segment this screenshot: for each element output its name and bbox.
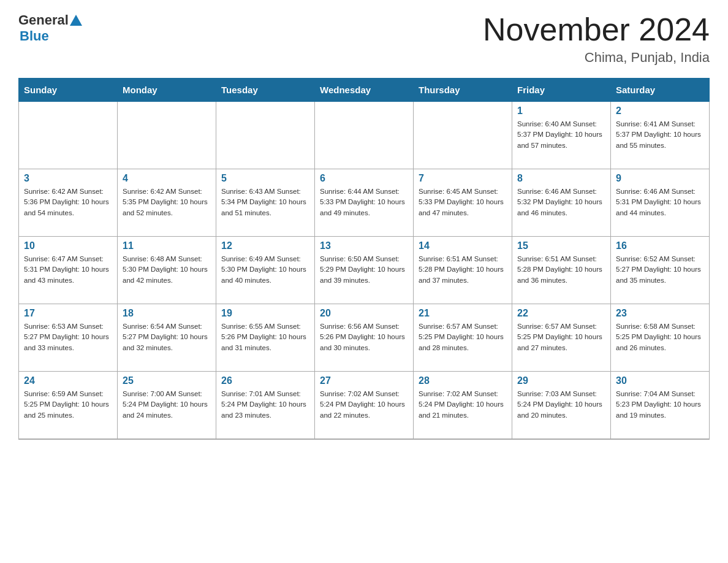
cell-day-number: 12 [221, 240, 309, 251]
cell-info-text: Sunrise: 6:58 AM Sunset: 5:25 PM Dayligh… [616, 321, 704, 353]
calendar-cell: 22Sunrise: 6:57 AM Sunset: 5:25 PM Dayli… [512, 304, 611, 372]
cell-day-number: 3 [24, 173, 112, 184]
cell-day-number: 29 [517, 375, 605, 386]
calendar-row-0: 1Sunrise: 6:40 AM Sunset: 5:37 PM Daylig… [19, 102, 710, 169]
weekday-header-sunday: Sunday [19, 79, 118, 102]
cell-day-number: 8 [517, 173, 605, 184]
cell-info-text: Sunrise: 6:57 AM Sunset: 5:25 PM Dayligh… [419, 321, 507, 353]
cell-info-text: Sunrise: 6:49 AM Sunset: 5:30 PM Dayligh… [221, 254, 309, 286]
weekday-header-wednesday: Wednesday [315, 79, 414, 102]
calendar-cell: 16Sunrise: 6:52 AM Sunset: 5:27 PM Dayli… [611, 237, 710, 304]
cell-day-number: 21 [419, 308, 507, 319]
weekday-header-row: SundayMondayTuesdayWednesdayThursdayFrid… [19, 79, 710, 102]
cell-info-text: Sunrise: 6:51 AM Sunset: 5:28 PM Dayligh… [517, 254, 605, 286]
calendar-cell: 9Sunrise: 6:46 AM Sunset: 5:31 PM Daylig… [611, 169, 710, 237]
calendar-cell [315, 102, 414, 169]
calendar-cell [118, 102, 216, 169]
cell-info-text: Sunrise: 6:59 AM Sunset: 5:25 PM Dayligh… [24, 389, 112, 421]
cell-info-text: Sunrise: 7:04 AM Sunset: 5:23 PM Dayligh… [616, 389, 704, 421]
calendar-title: November 2024 [483, 12, 710, 47]
cell-info-text: Sunrise: 7:03 AM Sunset: 5:24 PM Dayligh… [517, 389, 605, 421]
cell-info-text: Sunrise: 6:42 AM Sunset: 5:36 PM Dayligh… [24, 186, 112, 218]
cell-day-number: 11 [123, 240, 211, 251]
cell-info-text: Sunrise: 6:40 AM Sunset: 5:37 PM Dayligh… [517, 119, 605, 151]
weekday-header-monday: Monday [118, 79, 216, 102]
cell-day-number: 10 [24, 240, 112, 251]
cell-info-text: Sunrise: 6:55 AM Sunset: 5:26 PM Dayligh… [221, 321, 309, 353]
calendar-cell: 28Sunrise: 7:02 AM Sunset: 5:24 PM Dayli… [414, 372, 512, 439]
cell-info-text: Sunrise: 7:01 AM Sunset: 5:24 PM Dayligh… [221, 389, 309, 421]
cell-day-number: 15 [517, 240, 605, 251]
calendar-cell: 25Sunrise: 7:00 AM Sunset: 5:24 PM Dayli… [118, 372, 216, 439]
cell-day-number: 22 [517, 308, 605, 319]
calendar-cell: 8Sunrise: 6:46 AM Sunset: 5:32 PM Daylig… [512, 169, 611, 237]
cell-info-text: Sunrise: 6:50 AM Sunset: 5:29 PM Dayligh… [320, 254, 408, 286]
calendar-cell: 7Sunrise: 6:45 AM Sunset: 5:33 PM Daylig… [414, 169, 512, 237]
cell-info-text: Sunrise: 7:02 AM Sunset: 5:24 PM Dayligh… [419, 389, 507, 421]
cell-info-text: Sunrise: 6:51 AM Sunset: 5:28 PM Dayligh… [419, 254, 507, 286]
calendar-row-4: 24Sunrise: 6:59 AM Sunset: 5:25 PM Dayli… [19, 372, 710, 439]
cell-day-number: 5 [221, 173, 309, 184]
weekday-header-friday: Friday [512, 79, 611, 102]
calendar-cell: 15Sunrise: 6:51 AM Sunset: 5:28 PM Dayli… [512, 237, 611, 304]
calendar-row-3: 17Sunrise: 6:53 AM Sunset: 5:27 PM Dayli… [19, 304, 710, 372]
cell-info-text: Sunrise: 6:57 AM Sunset: 5:25 PM Dayligh… [517, 321, 605, 353]
cell-info-text: Sunrise: 6:53 AM Sunset: 5:27 PM Dayligh… [24, 321, 112, 353]
calendar-subtitle: Chima, Punjab, India [483, 50, 710, 66]
cell-day-number: 28 [419, 375, 507, 386]
cell-day-number: 27 [320, 375, 408, 386]
cell-day-number: 9 [616, 173, 704, 184]
calendar-cell: 6Sunrise: 6:44 AM Sunset: 5:33 PM Daylig… [315, 169, 414, 237]
calendar-cell: 21Sunrise: 6:57 AM Sunset: 5:25 PM Dayli… [414, 304, 512, 372]
calendar-table: SundayMondayTuesdayWednesdayThursdayFrid… [18, 78, 710, 440]
calendar-cell [19, 102, 118, 169]
calendar-cell: 5Sunrise: 6:43 AM Sunset: 5:34 PM Daylig… [216, 169, 315, 237]
calendar-cell: 18Sunrise: 6:54 AM Sunset: 5:27 PM Dayli… [118, 304, 216, 372]
title-section: November 2024 Chima, Punjab, India [483, 12, 710, 66]
cell-info-text: Sunrise: 6:41 AM Sunset: 5:37 PM Dayligh… [616, 119, 704, 151]
logo-triangle-icon [70, 15, 82, 26]
calendar-cell: 27Sunrise: 7:02 AM Sunset: 5:24 PM Dayli… [315, 372, 414, 439]
cell-day-number: 23 [616, 308, 704, 319]
calendar-cell: 19Sunrise: 6:55 AM Sunset: 5:26 PM Dayli… [216, 304, 315, 372]
cell-day-number: 4 [123, 173, 211, 184]
weekday-header-saturday: Saturday [611, 79, 710, 102]
cell-day-number: 19 [221, 308, 309, 319]
logo: General Blue [18, 12, 82, 44]
cell-info-text: Sunrise: 6:43 AM Sunset: 5:34 PM Dayligh… [221, 186, 309, 218]
cell-day-number: 25 [123, 375, 211, 386]
cell-day-number: 30 [616, 375, 704, 386]
calendar-cell: 17Sunrise: 6:53 AM Sunset: 5:27 PM Dayli… [19, 304, 118, 372]
calendar-cell: 14Sunrise: 6:51 AM Sunset: 5:28 PM Dayli… [414, 237, 512, 304]
cell-info-text: Sunrise: 6:56 AM Sunset: 5:26 PM Dayligh… [320, 321, 408, 353]
calendar-cell: 4Sunrise: 6:42 AM Sunset: 5:35 PM Daylig… [118, 169, 216, 237]
cell-info-text: Sunrise: 6:45 AM Sunset: 5:33 PM Dayligh… [419, 186, 507, 218]
calendar-cell: 3Sunrise: 6:42 AM Sunset: 5:36 PM Daylig… [19, 169, 118, 237]
weekday-header-thursday: Thursday [414, 79, 512, 102]
cell-day-number: 1 [517, 105, 605, 117]
cell-info-text: Sunrise: 7:02 AM Sunset: 5:24 PM Dayligh… [320, 389, 408, 421]
calendar-cell [414, 102, 512, 169]
calendar-cell [216, 102, 315, 169]
cell-info-text: Sunrise: 6:44 AM Sunset: 5:33 PM Dayligh… [320, 186, 408, 218]
calendar-row-1: 3Sunrise: 6:42 AM Sunset: 5:36 PM Daylig… [19, 169, 710, 237]
cell-day-number: 26 [221, 375, 309, 386]
cell-info-text: Sunrise: 7:00 AM Sunset: 5:24 PM Dayligh… [123, 389, 211, 421]
calendar-cell: 1Sunrise: 6:40 AM Sunset: 5:37 PM Daylig… [512, 102, 611, 169]
cell-info-text: Sunrise: 6:42 AM Sunset: 5:35 PM Dayligh… [123, 186, 211, 218]
cell-day-number: 7 [419, 173, 507, 184]
calendar-cell: 30Sunrise: 7:04 AM Sunset: 5:23 PM Dayli… [611, 372, 710, 439]
logo-general-text: General [18, 12, 69, 28]
weekday-header-tuesday: Tuesday [216, 79, 315, 102]
cell-info-text: Sunrise: 6:54 AM Sunset: 5:27 PM Dayligh… [123, 321, 211, 353]
calendar-cell: 13Sunrise: 6:50 AM Sunset: 5:29 PM Dayli… [315, 237, 414, 304]
cell-info-text: Sunrise: 6:47 AM Sunset: 5:31 PM Dayligh… [24, 254, 112, 286]
cell-day-number: 17 [24, 308, 112, 319]
cell-info-text: Sunrise: 6:48 AM Sunset: 5:30 PM Dayligh… [123, 254, 211, 286]
calendar-row-2: 10Sunrise: 6:47 AM Sunset: 5:31 PM Dayli… [19, 237, 710, 304]
cell-day-number: 16 [616, 240, 704, 251]
logo-blue-text: Blue [20, 28, 82, 44]
calendar-cell: 26Sunrise: 7:01 AM Sunset: 5:24 PM Dayli… [216, 372, 315, 439]
cell-day-number: 14 [419, 240, 507, 251]
calendar-cell: 12Sunrise: 6:49 AM Sunset: 5:30 PM Dayli… [216, 237, 315, 304]
